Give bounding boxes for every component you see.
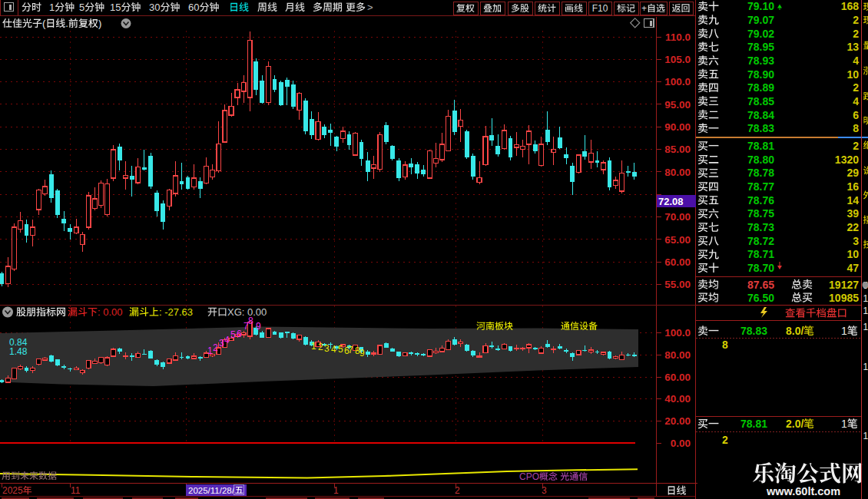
svg-text:: -27.63: : -27.63 xyxy=(159,306,193,318)
svg-text:5: 5 xyxy=(79,2,84,13)
svg-text:78.76: 78.76 xyxy=(747,194,774,207)
svg-text:100.0: 100.0 xyxy=(664,76,691,88)
svg-text:78.71: 78.71 xyxy=(747,248,774,260)
svg-text:8: 8 xyxy=(853,122,859,134)
svg-text:78.93: 78.93 xyxy=(747,55,774,67)
svg-text:2: 2 xyxy=(213,342,218,353)
svg-text:60.00: 60.00 xyxy=(664,256,691,268)
svg-text:8: 8 xyxy=(248,316,253,326)
svg-text:2: 2 xyxy=(853,81,859,94)
svg-text:78.83: 78.83 xyxy=(740,325,767,337)
svg-text:39: 39 xyxy=(846,207,859,220)
svg-text:78.81: 78.81 xyxy=(740,418,767,430)
svg-text:79.02: 79.02 xyxy=(747,28,774,40)
svg-text:5: 5 xyxy=(338,344,343,355)
svg-text:78.70: 78.70 xyxy=(747,262,774,274)
svg-text:13: 13 xyxy=(846,41,859,53)
svg-text:80.00: 80.00 xyxy=(664,167,691,178)
svg-text:CPO: CPO xyxy=(519,471,539,482)
svg-text:8.0/: 8.0/ xyxy=(786,325,803,337)
svg-text:: 0.00: : 0.00 xyxy=(98,306,123,318)
svg-text:60: 60 xyxy=(188,2,199,13)
svg-text:78.95: 78.95 xyxy=(747,41,774,53)
svg-text:30: 30 xyxy=(149,2,160,13)
svg-text:2.0/: 2.0/ xyxy=(786,418,803,430)
svg-text:78.80: 78.80 xyxy=(747,154,774,166)
svg-text:78.81: 78.81 xyxy=(747,140,774,152)
svg-text:4: 4 xyxy=(224,335,230,345)
svg-text:1: 1 xyxy=(311,341,316,352)
svg-text:2025: 2025 xyxy=(2,485,23,496)
svg-text:1: 1 xyxy=(863,322,868,332)
svg-text:F10: F10 xyxy=(592,3,608,14)
svg-text:.: . xyxy=(65,18,68,29)
svg-text:11: 11 xyxy=(71,485,81,496)
svg-text:16: 16 xyxy=(846,180,859,193)
svg-text:1: 1 xyxy=(333,485,339,496)
svg-text:2025/11/28/: 2025/11/28/ xyxy=(188,486,235,495)
svg-text:20.00: 20.00 xyxy=(664,415,691,427)
svg-text:4: 4 xyxy=(331,344,336,355)
svg-text:100.0: 100.0 xyxy=(664,327,691,339)
svg-text:(: ( xyxy=(42,18,46,29)
svg-text:78.78: 78.78 xyxy=(747,167,774,179)
svg-text:1: 1 xyxy=(49,2,55,13)
svg-text:1: 1 xyxy=(841,418,847,430)
svg-text:40.00: 40.00 xyxy=(664,393,691,405)
svg-text:>: > xyxy=(367,2,373,13)
svg-text:55.00: 55.00 xyxy=(664,279,691,290)
svg-text:3: 3 xyxy=(219,338,224,349)
svg-text:3: 3 xyxy=(324,343,330,354)
svg-text:87.65: 87.65 xyxy=(747,279,774,291)
svg-text:): ) xyxy=(98,18,101,29)
svg-text:1.48: 1.48 xyxy=(9,346,28,357)
svg-text:2: 2 xyxy=(853,28,859,40)
svg-text:2: 2 xyxy=(722,434,728,446)
svg-text:2: 2 xyxy=(853,14,859,26)
svg-text:1: 1 xyxy=(207,345,213,356)
svg-text:www.60lt.com: www.60lt.com xyxy=(766,485,840,497)
svg-text:105.0: 105.0 xyxy=(664,54,691,65)
svg-text:14: 14 xyxy=(846,194,859,207)
svg-text:78.89: 78.89 xyxy=(747,81,774,94)
svg-text:1: 1 xyxy=(863,431,868,441)
svg-text:1: 1 xyxy=(863,362,868,372)
svg-text:7: 7 xyxy=(348,345,353,355)
svg-text:9: 9 xyxy=(359,348,365,359)
svg-text:60.00: 60.00 xyxy=(664,372,691,383)
svg-text:2: 2 xyxy=(318,342,323,352)
svg-text:29: 29 xyxy=(846,167,859,179)
svg-text:6: 6 xyxy=(237,329,242,339)
svg-text:79.07: 79.07 xyxy=(747,14,774,26)
svg-text:2: 2 xyxy=(853,140,859,152)
svg-text:79.10: 79.10 xyxy=(747,0,774,12)
svg-text:90.00: 90.00 xyxy=(664,121,691,133)
svg-text:1: 1 xyxy=(841,325,847,337)
svg-text:10985: 10985 xyxy=(829,292,859,304)
svg-text:78.84: 78.84 xyxy=(747,109,774,121)
svg-text:78.77: 78.77 xyxy=(747,180,774,193)
svg-text:85.00: 85.00 xyxy=(664,144,691,155)
svg-text:8: 8 xyxy=(722,339,728,351)
svg-text:10: 10 xyxy=(846,68,859,81)
svg-text:6: 6 xyxy=(853,109,859,121)
svg-text:9: 9 xyxy=(256,321,261,332)
svg-text:168: 168 xyxy=(841,0,860,12)
svg-text:10: 10 xyxy=(846,248,859,260)
svg-text:80.00: 80.00 xyxy=(664,349,691,361)
svg-text:19127: 19127 xyxy=(829,279,859,291)
svg-text:1: 1 xyxy=(863,293,868,304)
svg-text:70.00: 70.00 xyxy=(664,211,691,223)
svg-text:22: 22 xyxy=(846,221,859,233)
svg-text:78.75: 78.75 xyxy=(747,207,774,220)
svg-text:76.50: 76.50 xyxy=(747,292,774,304)
svg-text:1320: 1320 xyxy=(835,154,859,166)
svg-text:95.00: 95.00 xyxy=(664,99,691,111)
svg-text:110.0: 110.0 xyxy=(665,31,691,43)
svg-text:2: 2 xyxy=(455,485,460,496)
svg-text:78.83: 78.83 xyxy=(747,122,774,134)
svg-text:XG: 0.00: XG: 0.00 xyxy=(227,306,267,318)
svg-text:4: 4 xyxy=(853,95,859,107)
svg-text:72.08: 72.08 xyxy=(658,196,684,207)
svg-text:15: 15 xyxy=(110,2,121,13)
